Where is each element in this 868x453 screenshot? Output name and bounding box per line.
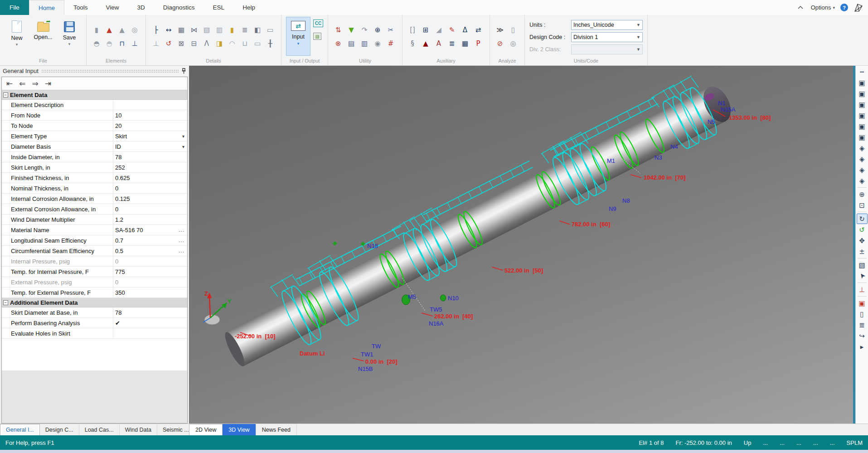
first-element-button[interactable]: ⇤: [6, 80, 13, 88]
model-3d-viewport[interactable]: N1N15AN5N4N3M1N8N9N18M5N10TW5N16ATWTW1N1…: [189, 66, 853, 424]
cc-output-button[interactable]: CC: [313, 19, 323, 27]
row-value-skirt-length-in[interactable]: 252: [113, 162, 187, 172]
preview-report-icon[interactable]: ◎: [508, 39, 519, 49]
panel-tab-design-c[interactable]: Design C...: [40, 424, 79, 435]
insulation-icon[interactable]: ◨: [214, 39, 225, 49]
clip-icon[interactable]: ⊠: [176, 39, 187, 49]
view-front-icon[interactable]: ▣: [857, 78, 868, 88]
panel-tab-general-i[interactable]: General I...: [0, 424, 40, 435]
ellipsis-button[interactable]: ...: [179, 227, 185, 233]
wedge-icon[interactable]: ◢: [433, 25, 444, 35]
row-value-temp-for-internal-pressure-f[interactable]: 775: [113, 267, 187, 277]
detach-icon[interactable]: ✂: [385, 25, 396, 35]
forces-moments-icon[interactable]: ↔: [163, 25, 174, 35]
filter-icon[interactable]: ▼: [346, 25, 357, 35]
orbit-undo-icon[interactable]: ↪: [857, 331, 868, 341]
view-left-icon[interactable]: ▣: [857, 99, 868, 110]
body-flange-icon[interactable]: ╂: [265, 39, 276, 49]
zoom-window-icon[interactable]: ⊡: [857, 200, 868, 210]
menu-tab-help[interactable]: Help: [233, 0, 264, 15]
row-value-internal-corrosion-allowance-in[interactable]: 0.125: [113, 194, 187, 204]
menu-tab-tools[interactable]: Tools: [64, 0, 97, 15]
packing-icon[interactable]: ▭: [252, 39, 263, 49]
row-value-nominal-thickness-in[interactable]: 0: [113, 183, 187, 193]
vessel-axes-icon[interactable]: ⊥: [857, 284, 868, 295]
flanged-head-icon[interactable]: ⊓: [116, 39, 127, 49]
row-value-external-corrosion-allowance-in[interactable]: 0: [113, 204, 187, 214]
menu-tab-esl[interactable]: ESL: [204, 0, 234, 15]
row-value-from-node[interactable]: 10: [113, 110, 187, 120]
cylinder-element-icon[interactable]: ▮: [91, 25, 102, 35]
ellipsis-button[interactable]: ...: [179, 248, 185, 254]
row-value-element-description[interactable]: [113, 100, 187, 110]
baffle-icon[interactable]: ◧: [252, 25, 263, 35]
select-pointer-icon[interactable]: ➤: [855, 268, 868, 283]
image-output-button[interactable]: ▨: [313, 33, 321, 40]
plate-detail-icon[interactable]: ▥: [214, 25, 225, 35]
shell-courses-icon[interactable]: ▤: [346, 39, 357, 49]
renumber-icon[interactable]: ⇅: [333, 25, 344, 35]
highlight-element-icon[interactable]: ▣: [857, 298, 868, 308]
section-header-additional-element-data[interactable]: −Additional Element Data: [2, 298, 187, 307]
view-back-icon[interactable]: ▣: [857, 88, 868, 99]
view-tab-3d-view[interactable]: 3D View: [223, 424, 256, 435]
file-menu-button[interactable]: File: [0, 0, 29, 15]
view-iso-4-icon[interactable]: ◈: [857, 175, 868, 186]
row-value-longitudinal-seam-efficiency[interactable]: 0.7...: [113, 235, 187, 245]
brackets-icon[interactable]: []: [407, 25, 418, 35]
access-export-icon[interactable]: A: [433, 39, 444, 49]
rotate-view-icon[interactable]: ↻: [857, 214, 868, 224]
sphere-check-icon[interactable]: ◉: [372, 39, 383, 49]
row-value-inside-diameter-in[interactable]: 78: [113, 152, 187, 162]
dimension-marks-icon[interactable]: #: [385, 39, 396, 49]
view-tab-news-feed[interactable]: News Feed: [256, 424, 297, 435]
view-bottom-icon[interactable]: ▣: [857, 132, 868, 142]
open-button[interactable]: Open...: [31, 18, 55, 56]
pick-icon[interactable]: ✎: [446, 25, 457, 35]
menu-tab-home[interactable]: Home: [29, 0, 64, 15]
row-value-material-name[interactable]: SA-516 70...: [113, 225, 187, 235]
view-top-icon[interactable]: ▣: [857, 121, 868, 132]
menu-tab-view[interactable]: View: [97, 0, 128, 15]
more-tools-icon[interactable]: ▸: [857, 341, 868, 352]
cad-export-icon[interactable]: ▲: [420, 39, 431, 49]
panel-tab-wind-data[interactable]: Wind Data: [120, 424, 157, 435]
orient-model-icon[interactable]: ↷: [359, 25, 370, 35]
tower-ruler-icon[interactable]: Δ: [460, 25, 470, 35]
menu-tab-3d[interactable]: 3D: [128, 0, 154, 15]
column-section-icon[interactable]: ▥: [359, 39, 370, 49]
row-value-perform-basering-analysis[interactable]: ✔: [113, 318, 187, 328]
run-analysis-icon[interactable]: ≫: [495, 25, 505, 35]
row-value-circumferential-seam-efficiency[interactable]: 0.5...: [113, 246, 187, 256]
row-value-element-type[interactable]: Skirt▾: [113, 131, 187, 141]
flange-view-icon[interactable]: ≣: [857, 320, 868, 330]
zoom-dynamic-icon[interactable]: ±: [857, 246, 868, 257]
stiffening-ring-icon[interactable]: ▦: [176, 25, 187, 35]
collapse-ribbon-button[interactable]: [795, 4, 805, 12]
ellipsis-button[interactable]: ...: [179, 237, 185, 244]
menu-tab-diagnostics[interactable]: Diagnostics: [154, 0, 204, 15]
unit-convert-icon[interactable]: ⇄: [473, 25, 484, 35]
section-header-element-data[interactable]: −Element Data: [2, 90, 187, 100]
scroll-icon[interactable]: §: [407, 39, 418, 49]
pin-icon[interactable]: [181, 68, 186, 74]
skirt-support-icon[interactable]: ⊥: [129, 39, 140, 49]
weight-icon[interactable]: ▭: [265, 25, 276, 35]
row-value-external-pressure-psig[interactable]: 0: [113, 277, 187, 287]
zoom-20-icon[interactable]: ⊕: [372, 25, 383, 35]
liquid-level-icon[interactable]: ▲: [104, 25, 115, 35]
orbit-view-icon[interactable]: ↺: [857, 224, 868, 235]
nozzle-icon[interactable]: ├: [150, 25, 161, 35]
ring-detail-icon[interactable]: ⊟: [189, 39, 199, 49]
view-iso-3-icon[interactable]: ◈: [857, 165, 868, 175]
row-value-wind-diameter-multiplier[interactable]: 1.2: [113, 214, 187, 224]
row-value-finished-thickness-in[interactable]: 0.625: [113, 173, 187, 183]
toolbar-grip[interactable]: ┉: [857, 67, 868, 77]
tray-icon[interactable]: ≣: [239, 25, 250, 35]
collapse-section-icon[interactable]: −: [3, 300, 8, 305]
input-button[interactable]: ⇄ Input ▾: [286, 17, 310, 56]
design-code-combobox[interactable]: Division 1 ▼: [571, 32, 643, 42]
zoom-extents-icon[interactable]: ⊕: [857, 189, 868, 200]
saddle-icon[interactable]: ⋈: [189, 25, 199, 35]
last-element-button[interactable]: ⇥: [45, 80, 51, 88]
